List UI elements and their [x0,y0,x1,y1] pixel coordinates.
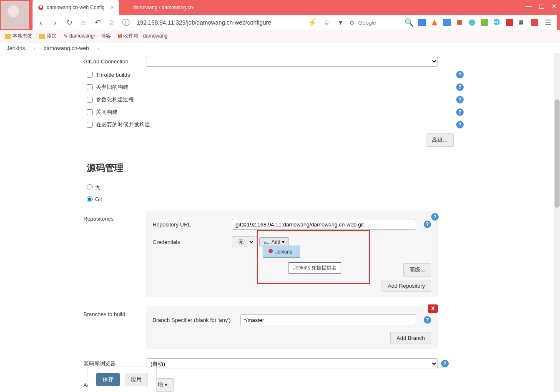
scrollbar-thumb[interactable] [555,99,560,208]
close-icon[interactable]: × [110,4,114,11]
parameterized-build-checkbox[interactable] [87,97,93,103]
chevron-down-icon: ▾ [165,382,168,388]
help-icon[interactable]: ? [431,213,439,221]
help-icon[interactable]: ? [424,316,431,324]
help-icon[interactable]: ? [456,71,464,78]
repo-url-input[interactable] [232,219,416,230]
repositories-block: ? Repository URL ? Credentials - 无 - Add… [146,211,438,297]
advanced-button[interactable]: 高级... [426,133,454,147]
scm-none-label: 无 [95,183,100,191]
folder-icon [5,34,11,39]
forward-icon[interactable]: › [50,18,60,28]
home-icon[interactable]: ⌂ [78,18,88,28]
blog-icon: ✎ [63,33,68,39]
breadcrumb-item[interactable]: Jenkins [7,45,25,51]
help-icon[interactable]: ? [456,121,464,128]
flash-icon[interactable]: ⚡ [307,18,317,28]
gitlab-connection-row: GitLab Connection [83,54,467,68]
save-button[interactable]: 保存 [96,373,120,386]
bookmark-folder[interactable]: 添加 [39,33,57,40]
info-icon[interactable]: ⓘ [121,18,131,28]
scm-none-radio[interactable] [87,184,93,190]
add-credentials-button[interactable]: Add ▾ [259,237,289,246]
minimize-icon[interactable]: — [525,3,532,10]
delete-branch-button[interactable]: X [428,304,438,313]
help-icon[interactable]: ? [441,360,449,367]
tab-inactive[interactable]: damowang / damowang.cn- [119,0,199,15]
back-icon[interactable]: ‹ [36,18,46,28]
credentials-select[interactable]: - 无 - [232,236,255,247]
help-icon[interactable]: ? [456,96,464,103]
svg-marker-3 [432,20,437,25]
breadcrumb-item[interactable]: damowang.cn-web [43,45,89,51]
apply-button[interactable]: 应用 [125,373,148,386]
repositories-row: Repositories ? Repository URL ? Credenti… [83,209,467,299]
gitlab-ext-icon[interactable] [431,19,438,26]
help-icon[interactable]: ? [424,221,431,228]
search-input[interactable] [358,20,400,26]
jenkins-icon [268,248,274,255]
address-bar: ‹ › ↻ ⌂ ↶ ☆ ⓘ ⚡ ☆ ▾ G 🔍 🌐 ▦ ☰ [33,15,557,30]
branches-label: Branches to build [83,306,146,317]
key-icon [264,240,270,244]
add-branch-button[interactable]: Add Branch [390,332,431,344]
undo-icon[interactable]: ↶ [93,18,103,28]
scm-git-radio[interactable] [87,196,93,202]
add-repository-button[interactable]: Add Repository [382,280,431,292]
repo-browser-select[interactable]: (自动) [146,358,438,369]
add-label: Add [271,239,280,245]
reload-icon[interactable]: ↻ [64,18,74,28]
dropdown-icon[interactable]: ▾ [336,18,346,28]
translate-ext-icon[interactable] [443,19,451,26]
chevron-right-icon: › [33,45,35,51]
concurrent-build-checkbox[interactable] [87,122,93,128]
scrollbar[interactable] [554,53,560,392]
help-icon[interactable]: ? [456,83,464,91]
ext-icon-7[interactable]: 🌐 [493,19,501,26]
svg-rect-4 [457,20,462,25]
tab-active[interactable]: damowang.cn-web Config × [33,0,119,15]
close-window-icon[interactable]: ✕ [551,3,557,10]
svg-point-6 [264,242,266,244]
discard-old-builds-checkbox[interactable] [87,84,93,90]
gitlab-connection-label: GitLab Connection [83,58,146,65]
wechat-ext-icon[interactable] [481,19,488,26]
bookmark-link[interactable]: ✎damowang~ - 博客 [63,33,111,40]
branches-block: X Branch Specifier (blank for 'any') ? A… [146,306,438,349]
disable-build-checkbox[interactable] [87,109,93,115]
url-input[interactable] [135,18,303,28]
e-ext-icon[interactable] [468,19,476,26]
maximize-icon[interactable]: ☐ [539,3,545,10]
branch-spec-input[interactable] [240,314,416,325]
gitlab-connection-select[interactable] [146,56,438,67]
qr-ext-icon[interactable]: ▦ [518,19,526,26]
bookmarks-bar: 本地书签 添加 ✎damowang~ - 博客 M收件箱 - damowang [0,30,560,43]
throttle-builds-checkbox[interactable] [87,72,93,78]
bookmark-folder[interactable]: 本地书签 [5,33,33,40]
menu-icon[interactable]: ☰ [543,18,553,28]
jenkins-provider-item[interactable]: Jenkins [264,246,299,257]
cube-ext-icon[interactable] [456,19,463,26]
bookmark-link[interactable]: M收件箱 - damowang [118,33,167,40]
gitlab-icon [124,4,131,11]
footer-buttons: 保存 应用 [88,367,157,392]
jenkins-icon [38,4,44,11]
tab-label: damowang / damowang.cn- [133,5,194,10]
tab-strip: damowang.cn-web Config × damowang / damo… [33,0,199,15]
ext-icon-10[interactable] [531,19,538,26]
star-icon[interactable]: ☆ [107,18,117,28]
bookmark-star-icon[interactable]: ☆ [321,18,331,28]
scm-section-title: 源码管理 [87,162,467,174]
window-controls: — ☐ ✕ [525,3,557,10]
concurrent-build-label: 在必要的时候并发构建 [96,121,450,128]
folder-icon [39,34,45,39]
scm-git-label: Git [95,196,102,202]
help-icon[interactable]: ? [456,108,464,116]
branches-row: Branches to build X Branch Specifier (bl… [83,304,467,351]
fan-ext-icon[interactable] [506,19,513,26]
chevron-down-icon: ▾ [282,239,284,245]
svg-marker-2 [126,5,129,10]
search-icon[interactable]: 🔍 [404,18,414,28]
ext-icon-1[interactable] [418,19,426,26]
repo-advanced-button[interactable]: 高级... [403,263,431,276]
